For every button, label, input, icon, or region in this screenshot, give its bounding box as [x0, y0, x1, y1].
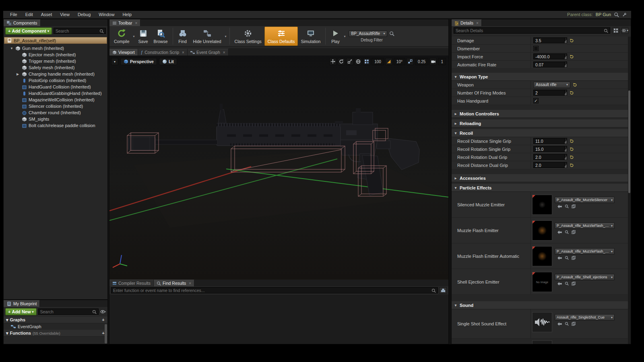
expander-icon[interactable]: ▶ — [17, 72, 20, 76]
find-references-input[interactable] — [113, 288, 431, 293]
tab-construction-script[interactable]: ƒ Construction Scrip × — [138, 49, 188, 56]
browse-button[interactable]: Browse — [151, 27, 171, 46]
component-item[interactable]: HandGuard Collision (Inherited) — [4, 84, 107, 90]
close-icon[interactable]: × — [223, 50, 225, 55]
details-search[interactable] — [454, 27, 610, 34]
component-item[interactable]: PistolGrip collision (Inherited) — [4, 77, 107, 84]
reset-to-default-icon[interactable] — [569, 38, 574, 43]
asset-thumbnail[interactable]: No Image — [532, 272, 552, 292]
chevron-down-icon[interactable]: ▾ — [132, 35, 136, 38]
asset-select[interactable]: P_Assault_rifle_MuzzleFlash_auto▾ — [555, 248, 615, 255]
firing-modes-input[interactable] — [534, 90, 564, 95]
value-drag-handle[interactable] — [564, 62, 567, 67]
component-item[interactable]: MagazineWellCollision (Inherited) — [4, 97, 107, 103]
find-button[interactable]: Find — [175, 27, 190, 46]
debug-object-select[interactable]: BP_AssaultRifle ▾ — [349, 31, 387, 37]
chevron-down-icon[interactable]: ▾ — [224, 35, 227, 38]
use-selected-icon[interactable] — [557, 230, 562, 234]
close-icon[interactable]: × — [135, 21, 137, 25]
recoil-field[interactable] — [533, 162, 567, 168]
value-drag-handle[interactable] — [564, 162, 567, 168]
tab-find-results[interactable]: Find Results × — [154, 280, 194, 286]
lit-mode-button[interactable]: Lit — [159, 58, 177, 65]
browse-to-asset-icon[interactable] — [565, 282, 569, 286]
reset-to-default-icon[interactable] — [572, 82, 577, 87]
component-item[interactable]: Silencer collision (Inherited) — [4, 103, 107, 109]
tab-components[interactable]: Components — [4, 19, 41, 26]
components-search-input[interactable] — [56, 29, 99, 33]
add-component-button[interactable]: + Add Component ▾ — [5, 27, 52, 35]
tab-my-blueprint[interactable]: My Blueprint — [4, 300, 40, 307]
component-item[interactable]: Trigger mesh (Inherited) — [4, 58, 107, 64]
rotate-tool-button[interactable] — [338, 58, 345, 65]
components-search[interactable] — [54, 28, 106, 34]
impact-force-input[interactable] — [534, 54, 564, 59]
property-matrix-button[interactable] — [612, 27, 619, 34]
category-reloading[interactable]: ▸ Reloading — [452, 119, 628, 128]
wrench-icon[interactable] — [622, 12, 627, 17]
firing-modes-field[interactable] — [533, 90, 567, 96]
scale-snap-toggle[interactable] — [407, 58, 414, 65]
compile-button[interactable]: Compile — [111, 27, 132, 46]
recoil-input[interactable] — [534, 154, 564, 160]
view-options-eye-icon[interactable] — [100, 309, 106, 314]
reset-to-default-icon[interactable] — [569, 54, 574, 59]
category-weapon-type[interactable]: ▾ Weapon Type — [452, 73, 628, 81]
my-blueprint-scrollbar[interactable] — [105, 324, 107, 343]
translate-tool-button[interactable] — [329, 58, 336, 65]
recoil-field[interactable] — [533, 138, 567, 144]
viewport-options-button[interactable]: ▾ — [111, 58, 118, 65]
recoil-field[interactable] — [533, 154, 567, 160]
tab-toolbar[interactable]: Toolbar × — [109, 19, 140, 26]
menu-view[interactable]: View — [56, 11, 73, 18]
reset-to-default-icon[interactable] — [569, 90, 574, 95]
hide-unrelated-button[interactable]: Hide Unrelated — [190, 27, 224, 46]
component-item[interactable]: Safety mesh (Inherited) — [4, 64, 107, 71]
close-icon[interactable]: × — [476, 21, 479, 25]
tab-event-graph[interactable]: Event Graph × — [188, 49, 229, 56]
class-defaults-button[interactable]: Class Defaults — [264, 27, 298, 46]
find-references-search[interactable] — [111, 287, 438, 294]
copy-icon[interactable] — [572, 256, 576, 260]
use-selected-icon[interactable] — [557, 322, 562, 326]
auto-fire-rate-input[interactable] — [534, 62, 564, 67]
has-handguard-checkbox[interactable] — [533, 98, 539, 103]
scale-tool-button[interactable] — [346, 58, 353, 65]
reset-to-default-icon[interactable] — [569, 155, 574, 160]
copy-icon[interactable] — [572, 322, 576, 326]
category-motion-controllers[interactable]: ▸ Motion Controllers — [452, 110, 628, 118]
recoil-input[interactable] — [534, 162, 564, 168]
save-button[interactable]: Save — [136, 27, 151, 46]
functions-section-header[interactable]: ▾ Functions (55 Overridable) + — [4, 330, 107, 337]
details-search-input[interactable] — [456, 28, 604, 33]
scale-snap-value[interactable]: 0.25 — [415, 58, 428, 65]
value-drag-handle[interactable] — [564, 154, 567, 160]
use-selected-icon[interactable] — [557, 282, 562, 286]
rotation-snap-toggle[interactable] — [385, 58, 392, 65]
recoil-field[interactable] — [533, 146, 567, 152]
asset-select[interactable]: P_Assault_rifle_MuzzleSilencer▾ — [555, 197, 615, 203]
viewport-3d[interactable]: ▾ Perspective Lit 100 10° — [109, 56, 448, 280]
expander-icon[interactable]: ▼ — [10, 47, 14, 50]
browse-to-asset-icon[interactable] — [565, 230, 569, 234]
simulation-button[interactable]: Simulation — [298, 27, 323, 46]
close-icon[interactable]: × — [182, 50, 184, 55]
close-icon[interactable]: × — [189, 281, 191, 286]
grid-snap-toggle[interactable] — [363, 58, 370, 65]
dismember-checkbox[interactable] — [533, 46, 539, 51]
component-item[interactable]: ▼ Gun mesh (Inherited) — [4, 45, 107, 51]
parent-class-link[interactable]: BP Gun — [596, 12, 611, 17]
search-icon[interactable] — [614, 12, 619, 17]
asset-select[interactable]: Assault_rifle_SingleShot_Cue▾ — [555, 314, 615, 321]
component-item[interactable]: Bolt catch/release paddle collision — [4, 122, 107, 129]
asset-thumbnail[interactable] — [532, 246, 552, 266]
tab-details[interactable]: Details × — [452, 19, 482, 26]
menu-asset[interactable]: Asset — [37, 11, 56, 18]
menu-debug[interactable]: Debug — [74, 11, 94, 18]
value-drag-handle[interactable] — [564, 54, 567, 59]
copy-icon[interactable] — [572, 282, 576, 286]
browse-to-asset-icon[interactable] — [565, 322, 569, 326]
reset-to-default-icon[interactable] — [569, 163, 574, 168]
recoil-input[interactable] — [534, 146, 564, 152]
graphs-section-header[interactable]: ▾ Graphs + — [4, 317, 107, 323]
